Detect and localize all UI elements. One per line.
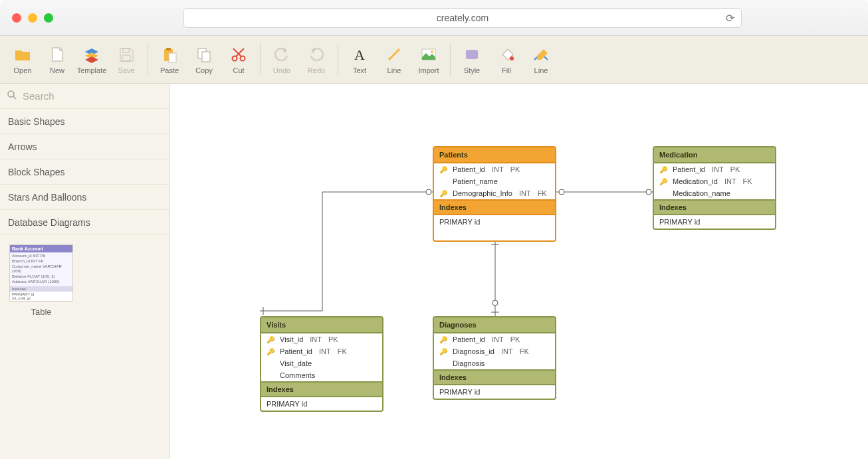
table-row: Patient_name: [434, 175, 555, 187]
entity-title: Diagnoses: [434, 318, 555, 333]
category-stars-balloons[interactable]: Stars And Balloons: [0, 185, 169, 210]
svg-point-8: [241, 56, 245, 60]
svg-rect-0: [123, 48, 129, 52]
svg-point-19: [646, 189, 651, 195]
table-row: Diagnosis: [434, 357, 555, 369]
category-block-shapes[interactable]: Block Shapes: [0, 159, 169, 185]
line-icon: [385, 45, 403, 64]
toolbar-separator: [338, 43, 338, 76]
search-input[interactable]: [23, 90, 163, 102]
key-icon: 🔑: [659, 178, 666, 185]
indexes-header: Indexes: [434, 369, 555, 385]
table-row: 🔑Visit_idINTPK: [261, 333, 382, 345]
traffic-lights: [12, 13, 53, 23]
svg-point-24: [492, 300, 498, 306]
index-row: PRIMARY id: [261, 397, 382, 411]
table-row: 🔑Diagnosis_idINTFK: [434, 345, 555, 357]
entity-title: Patients: [434, 147, 555, 163]
open-button[interactable]: Open: [5, 39, 40, 80]
entity-visits[interactable]: Visits 🔑Visit_idINTPK 🔑Patient_idINTFK V…: [260, 316, 383, 412]
search-icon: [7, 90, 17, 103]
svg-point-14: [510, 56, 514, 60]
index-row: PRIMARY id: [434, 215, 555, 229]
copy-icon: [195, 45, 213, 64]
file-icon: [48, 45, 66, 64]
template-button[interactable]: Template: [74, 39, 109, 80]
key-icon: 🔑: [439, 348, 446, 355]
entity-medication[interactable]: Medication 🔑Patient_idINTPK 🔑Medication_…: [653, 146, 776, 230]
fill-button[interactable]: Fill: [489, 39, 524, 80]
svg-point-7: [233, 56, 237, 60]
key-icon: 🔑: [439, 166, 446, 173]
copy-button[interactable]: Copy: [187, 39, 221, 80]
svg-line-16: [13, 96, 16, 99]
clipboard-icon: [160, 45, 179, 64]
table-row: 🔑Patient_idINTFK: [261, 345, 382, 357]
toolbar-separator: [450, 43, 451, 76]
svg-rect-13: [466, 50, 478, 59]
table-shape-thumb[interactable]: Bank Account Account_id INT PK Branch_id…: [9, 244, 73, 302]
key-icon: 🔑: [659, 166, 666, 173]
table-row: 🔑Patient_idINTPK: [434, 333, 555, 345]
index-row: PRIMARY id: [434, 385, 555, 399]
indexes-header: Indexes: [434, 199, 555, 215]
undo-button[interactable]: Undo: [265, 39, 299, 80]
search-wrap: [0, 84, 169, 109]
key-icon: 🔑: [267, 348, 273, 355]
pencil-line-icon: [532, 45, 550, 64]
table-row: 🔑Patient_idINTPK: [654, 163, 775, 175]
text-tool-button[interactable]: A Text: [342, 39, 377, 80]
category-database-diagrams[interactable]: Database Diagrams: [0, 210, 169, 235]
svg-point-18: [559, 189, 564, 195]
shape-library: Bank Account Account_id INT PK Branch_id…: [0, 235, 169, 326]
scissors-icon: [229, 45, 248, 64]
svg-rect-6: [202, 52, 210, 62]
image-icon: [419, 45, 438, 64]
new-button[interactable]: New: [40, 39, 74, 80]
line-tool-button[interactable]: Line: [377, 39, 411, 80]
cut-button[interactable]: Cut: [221, 39, 256, 80]
table-row: 🔑Medication_idINTFK: [654, 175, 775, 187]
table-row: 🔑Demographic_InfoINTFK: [434, 187, 555, 199]
key-icon: 🔑: [439, 190, 446, 197]
index-row: PRIMARY id: [654, 215, 775, 229]
address-bar[interactable]: creately.com ⟳: [183, 8, 742, 28]
maximize-window-icon[interactable]: [44, 13, 53, 23]
text-icon: A: [350, 45, 369, 64]
svg-point-15: [8, 91, 14, 97]
svg-rect-4: [169, 53, 176, 62]
entity-title: Visits: [261, 318, 382, 333]
redo-button[interactable]: Redo: [299, 39, 334, 80]
close-window-icon[interactable]: [12, 13, 21, 23]
reload-icon[interactable]: ⟳: [726, 11, 734, 24]
entity-patients[interactable]: Patients 🔑Patient_idINTPK Patient_name 🔑…: [433, 146, 556, 242]
url-text: creately.com: [437, 13, 488, 23]
category-arrows[interactable]: Arrows: [0, 134, 169, 159]
table-row: Visit_date: [261, 357, 382, 369]
paste-button[interactable]: Paste: [152, 39, 187, 80]
category-basic-shapes[interactable]: Basic Shapes: [0, 109, 169, 134]
import-button[interactable]: Import: [411, 39, 446, 80]
toolbar-separator: [148, 43, 148, 76]
svg-point-20: [426, 189, 431, 195]
svg-rect-1: [122, 55, 130, 61]
style-button[interactable]: Style: [455, 39, 489, 80]
key-icon: 🔑: [267, 336, 273, 343]
toolbar: Open New Template Save Paste Copy Cut: [0, 36, 868, 84]
save-button[interactable]: Save: [109, 39, 144, 80]
svg-line-10: [389, 49, 399, 60]
browser-chrome: creately.com ⟳: [0, 0, 868, 36]
folder-icon: [13, 45, 32, 64]
canvas[interactable]: Patients 🔑Patient_idINTPK Patient_name 🔑…: [170, 84, 868, 459]
svg-point-12: [431, 50, 433, 53]
shapes-panel: Basic Shapes Arrows Block Shapes Stars A…: [0, 84, 170, 459]
table-row: Comments: [261, 369, 382, 381]
toolbar-separator: [260, 43, 261, 76]
key-icon: 🔑: [439, 336, 446, 343]
svg-rect-3: [166, 48, 171, 50]
line-style-button[interactable]: Line: [524, 39, 558, 80]
entity-diagnoses[interactable]: Diagnoses 🔑Patient_idINTPK 🔑Diagnosis_id…: [433, 316, 556, 400]
indexes-header: Indexes: [261, 381, 382, 397]
minimize-window-icon[interactable]: [28, 13, 37, 23]
table-row: 🔑Patient_idINTPK: [434, 163, 555, 175]
